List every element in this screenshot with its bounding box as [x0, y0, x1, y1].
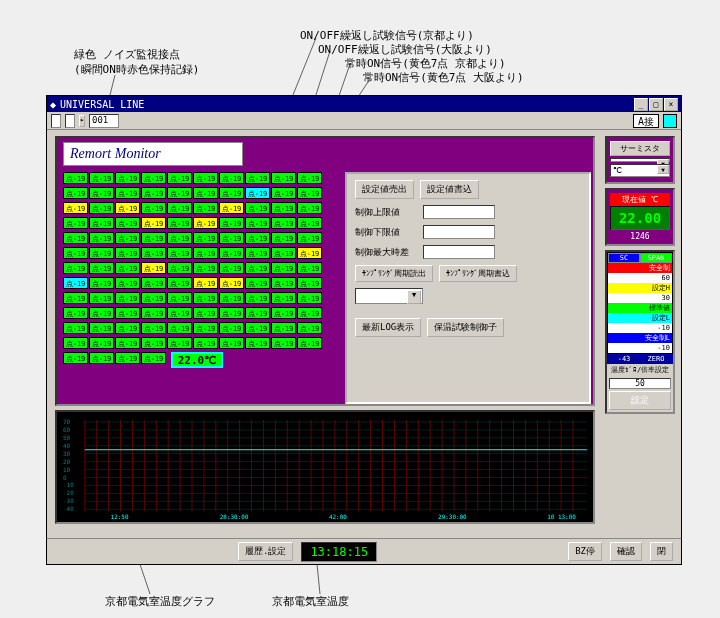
signal-cell[interactable]: 点-19 — [141, 232, 166, 244]
signal-cell[interactable]: 点-19 — [63, 232, 88, 244]
signal-cell[interactable]: 点-19 — [219, 337, 244, 349]
signal-cell[interactable]: 点-19 — [271, 337, 296, 349]
upper-limit-input[interactable] — [423, 205, 495, 219]
signal-cell[interactable]: 点-19 — [63, 352, 88, 364]
signal-cell[interactable]: 点-19 — [219, 262, 244, 274]
signal-cell[interactable]: 点-19 — [219, 277, 244, 289]
signal-cell[interactable]: 点-19 — [193, 337, 218, 349]
signal-cell[interactable]: 点-19 — [141, 262, 166, 274]
signal-cell[interactable]: 点-19 — [167, 262, 192, 274]
signal-cell[interactable]: 点-19 — [89, 217, 114, 229]
signal-cell[interactable]: 点-19 — [271, 232, 296, 244]
signal-cell[interactable]: 点-19 — [141, 352, 166, 364]
signal-cell[interactable]: 点-19 — [245, 187, 270, 199]
signal-cell[interactable]: 点-19 — [115, 352, 140, 364]
signal-cell[interactable]: 点-19 — [297, 262, 322, 274]
signal-cell[interactable]: 点-19 — [89, 292, 114, 304]
minimize-button[interactable]: _ — [634, 98, 648, 111]
signal-cell[interactable]: 点-19 — [245, 292, 270, 304]
signal-cell[interactable]: 点-19 — [193, 202, 218, 214]
signal-cell[interactable]: 点-19 — [141, 187, 166, 199]
signal-cell[interactable]: 点-19 — [271, 202, 296, 214]
signal-cell[interactable]: 点-19 — [271, 322, 296, 334]
signal-cell[interactable]: 点-19 — [297, 277, 322, 289]
signal-cell[interactable]: 点-19 — [219, 232, 244, 244]
toolbar-segment[interactable] — [65, 114, 75, 128]
signal-cell[interactable]: 点-19 — [141, 292, 166, 304]
read-button[interactable]: 設定値売出 — [355, 180, 414, 199]
signal-cell[interactable]: 点-19 — [297, 172, 322, 184]
signal-cell[interactable]: 点-19 — [89, 172, 114, 184]
signal-cell[interactable]: 点-19 — [219, 217, 244, 229]
signal-cell[interactable]: 点-19 — [89, 337, 114, 349]
signal-cell[interactable]: 点-19 — [89, 322, 114, 334]
signal-cell[interactable]: 点-19 — [115, 262, 140, 274]
signal-cell[interactable]: 点-19 — [141, 277, 166, 289]
signal-cell[interactable]: 点-19 — [167, 232, 192, 244]
signal-cell[interactable]: 点-19 — [167, 292, 192, 304]
signal-cell[interactable]: 点-19 — [271, 217, 296, 229]
signal-cell[interactable]: 点-19 — [115, 337, 140, 349]
signal-cell[interactable]: 点-19 — [297, 217, 322, 229]
signal-cell[interactable]: 点-19 — [193, 292, 218, 304]
max-diff-input[interactable] — [423, 245, 495, 259]
signal-cell[interactable]: 点-19 — [89, 247, 114, 259]
signal-cell[interactable]: 点-19 — [219, 202, 244, 214]
signal-cell[interactable]: 点-19 — [245, 322, 270, 334]
signal-cell[interactable]: 点-19 — [141, 172, 166, 184]
signal-cell[interactable]: 点-19 — [219, 247, 244, 259]
signal-cell[interactable]: 点-19 — [63, 292, 88, 304]
signal-cell[interactable]: 点-19 — [167, 277, 192, 289]
set-button[interactable]: 設定 — [609, 391, 671, 410]
signal-cell[interactable]: 点-19 — [115, 202, 140, 214]
signal-cell[interactable]: 点-19 — [297, 292, 322, 304]
signal-cell[interactable]: 点-19 — [193, 277, 218, 289]
signal-cell[interactable]: 点-19 — [193, 172, 218, 184]
signal-cell[interactable]: 点-19 — [271, 292, 296, 304]
unit-dropdown[interactable]: ℃ — [610, 164, 670, 177]
signal-cell[interactable]: 点-19 — [89, 262, 114, 274]
signal-cell[interactable]: 点-19 — [167, 307, 192, 319]
signal-cell[interactable]: 点-19 — [219, 172, 244, 184]
confirm-button[interactable]: 確認 — [610, 542, 642, 561]
history-button[interactable]: 履歴.設定 — [238, 542, 293, 561]
maximize-button[interactable]: □ — [649, 98, 663, 111]
signal-cell[interactable]: 点-19 — [297, 232, 322, 244]
signal-cell[interactable]: 点-19 — [141, 217, 166, 229]
signal-cell[interactable]: 点-19 — [63, 202, 88, 214]
sensor-dropdown[interactable] — [610, 158, 670, 162]
sampling-dropdown[interactable] — [355, 288, 423, 304]
signal-cell[interactable]: 点-19 — [89, 187, 114, 199]
close-button[interactable]: × — [664, 98, 678, 111]
signal-cell[interactable]: 点-19 — [297, 337, 322, 349]
signal-cell[interactable]: 点-19 — [271, 262, 296, 274]
signal-cell[interactable]: 点-19 — [63, 307, 88, 319]
signal-cell[interactable]: 点-19 — [193, 232, 218, 244]
log-button[interactable]: 最新LOG表示 — [355, 318, 421, 337]
signal-cell[interactable]: 点-19 — [115, 322, 140, 334]
signal-cell[interactable]: 点-19 — [219, 292, 244, 304]
signal-cell[interactable]: 点-19 — [115, 247, 140, 259]
signal-cell[interactable]: 点-19 — [271, 277, 296, 289]
signal-cell[interactable]: 点-19 — [193, 187, 218, 199]
signal-cell[interactable]: 点-19 — [141, 337, 166, 349]
signal-cell[interactable]: 点-19 — [141, 202, 166, 214]
signal-cell[interactable]: 点-19 — [245, 232, 270, 244]
signal-cell[interactable]: 点-19 — [167, 172, 192, 184]
signal-cell[interactable]: 点-19 — [219, 322, 244, 334]
signal-cell[interactable]: 点-19 — [245, 307, 270, 319]
signal-cell[interactable]: 点-19 — [89, 307, 114, 319]
signal-cell[interactable]: 点-19 — [63, 322, 88, 334]
signal-cell[interactable]: 点-19 — [115, 292, 140, 304]
signal-cell[interactable]: 点-19 — [271, 172, 296, 184]
signal-cell[interactable]: 点-19 — [167, 247, 192, 259]
signal-cell[interactable]: 点-19 — [141, 322, 166, 334]
signal-cell[interactable]: 点-19 — [297, 307, 322, 319]
signal-cell[interactable]: 点-19 — [167, 217, 192, 229]
lower-limit-input[interactable] — [423, 225, 495, 239]
signal-cell[interactable]: 点-19 — [115, 277, 140, 289]
signal-cell[interactable]: 点-19 — [167, 322, 192, 334]
signal-cell[interactable]: 点-19 — [89, 352, 114, 364]
signal-cell[interactable]: 点-19 — [167, 337, 192, 349]
signal-cell[interactable]: 点-19 — [297, 322, 322, 334]
